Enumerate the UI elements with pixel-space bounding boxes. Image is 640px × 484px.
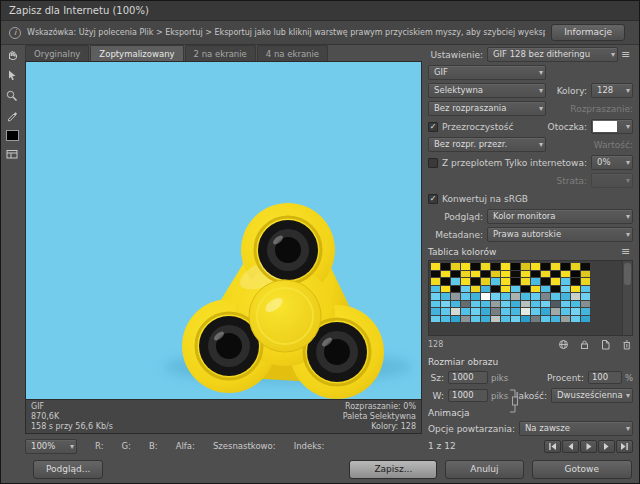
color-swatch[interactable] bbox=[501, 301, 510, 308]
color-swatch[interactable] bbox=[431, 316, 440, 323]
lock-color-icon[interactable] bbox=[578, 338, 591, 351]
color-swatch[interactable] bbox=[491, 293, 500, 300]
color-swatch[interactable] bbox=[521, 263, 530, 270]
color-swatch[interactable] bbox=[491, 286, 500, 293]
color-swatch[interactable] bbox=[571, 316, 580, 323]
color-swatch[interactable] bbox=[431, 278, 440, 285]
palette-select[interactable]: Selektywna ▾ bbox=[428, 83, 546, 98]
color-swatch[interactable] bbox=[551, 286, 560, 293]
color-swatch[interactable] bbox=[451, 263, 460, 270]
color-swatch[interactable] bbox=[471, 286, 480, 293]
color-swatch[interactable] bbox=[511, 278, 520, 285]
previous-frame-button[interactable] bbox=[562, 440, 579, 453]
color-swatch[interactable] bbox=[581, 308, 590, 315]
color-swatch[interactable] bbox=[531, 278, 540, 285]
color-swatch[interactable] bbox=[471, 271, 480, 278]
interlaced-checkbox[interactable] bbox=[428, 158, 438, 168]
color-swatch[interactable] bbox=[511, 308, 520, 315]
color-swatch[interactable] bbox=[431, 308, 440, 315]
color-swatch[interactable] bbox=[541, 278, 550, 285]
color-swatch[interactable] bbox=[461, 301, 470, 308]
color-swatch[interactable] bbox=[451, 308, 460, 315]
color-swatch[interactable] bbox=[521, 301, 530, 308]
transparency-checkbox[interactable]: ✓ bbox=[428, 122, 438, 132]
color-table-menu-icon[interactable]: ≡ bbox=[618, 245, 633, 259]
color-swatch[interactable] bbox=[541, 308, 550, 315]
color-swatch[interactable] bbox=[531, 316, 540, 323]
color-swatch[interactable] bbox=[551, 278, 560, 285]
color-swatch[interactable] bbox=[481, 286, 490, 293]
constrain-proportions-icon[interactable] bbox=[508, 386, 518, 418]
color-swatch[interactable] bbox=[561, 316, 570, 323]
color-swatch[interactable] bbox=[501, 293, 510, 300]
color-swatch[interactable] bbox=[531, 263, 540, 270]
color-swatch[interactable] bbox=[471, 301, 480, 308]
color-swatch[interactable] bbox=[501, 286, 510, 293]
tab-original[interactable]: Oryginalny bbox=[25, 45, 89, 61]
color-swatch[interactable] bbox=[541, 293, 550, 300]
color-swatch[interactable] bbox=[551, 293, 560, 300]
color-swatch[interactable] bbox=[471, 278, 480, 285]
color-swatch[interactable] bbox=[441, 278, 450, 285]
color-swatch[interactable] bbox=[551, 301, 560, 308]
optimized-preview-canvas[interactable] bbox=[26, 62, 421, 399]
color-swatch[interactable] bbox=[561, 263, 570, 270]
color-swatch[interactable] bbox=[441, 286, 450, 293]
color-swatch[interactable] bbox=[521, 308, 530, 315]
color-swatch[interactable] bbox=[441, 316, 450, 323]
color-swatch[interactable] bbox=[581, 263, 590, 270]
web-snap-select[interactable]: 0% ▾ bbox=[591, 155, 633, 170]
height-field[interactable]: 1000 bbox=[448, 389, 488, 402]
color-swatch[interactable] bbox=[491, 316, 500, 323]
hand-tool-icon[interactable] bbox=[3, 46, 21, 62]
color-swatch[interactable] bbox=[471, 316, 480, 323]
color-swatch[interactable] bbox=[471, 293, 480, 300]
color-swatch[interactable] bbox=[581, 316, 590, 323]
color-swatch[interactable] bbox=[491, 301, 500, 308]
color-swatch[interactable] bbox=[521, 316, 530, 323]
tab-optimized[interactable]: Zoptymalizowany bbox=[90, 45, 183, 61]
color-swatch[interactable] bbox=[511, 263, 520, 270]
color-swatch[interactable] bbox=[551, 308, 560, 315]
color-swatch[interactable] bbox=[501, 278, 510, 285]
color-swatch[interactable] bbox=[491, 278, 500, 285]
color-swatch[interactable] bbox=[541, 301, 550, 308]
preset-menu-icon[interactable]: ≡ bbox=[618, 48, 633, 62]
color-swatch[interactable] bbox=[491, 308, 500, 315]
color-swatch[interactable] bbox=[571, 301, 580, 308]
color-swatch[interactable] bbox=[481, 316, 490, 323]
color-table-scrollbar[interactable] bbox=[622, 261, 632, 335]
color-swatch[interactable] bbox=[551, 271, 560, 278]
color-swatch[interactable] bbox=[541, 263, 550, 270]
color-swatch[interactable] bbox=[561, 278, 570, 285]
title-bar[interactable]: Zapisz dla Internetu (100%) bbox=[1, 1, 639, 21]
color-swatch[interactable] bbox=[571, 286, 580, 293]
color-swatch[interactable] bbox=[481, 271, 490, 278]
preview-mode-select[interactable]: Kolor monitora ▾ bbox=[487, 209, 633, 224]
color-swatch[interactable] bbox=[511, 301, 520, 308]
zoom-select[interactable]: 100% ▾ bbox=[25, 439, 77, 454]
color-swatch[interactable] bbox=[551, 316, 560, 323]
color-swatch[interactable] bbox=[441, 301, 450, 308]
first-frame-button[interactable] bbox=[544, 440, 561, 453]
eyedropper-color-swatch[interactable] bbox=[6, 130, 19, 141]
color-swatch[interactable] bbox=[521, 278, 530, 285]
color-swatch[interactable] bbox=[511, 316, 520, 323]
color-swatch[interactable] bbox=[521, 286, 530, 293]
dither-method-select[interactable]: Bez rozpraszania ▾ bbox=[428, 101, 546, 116]
metadata-select[interactable]: Prawa autorskie ▾ bbox=[487, 227, 633, 242]
color-swatch[interactable] bbox=[441, 293, 450, 300]
width-field[interactable]: 1000 bbox=[448, 371, 488, 384]
color-swatch[interactable] bbox=[431, 293, 440, 300]
color-swatch[interactable] bbox=[461, 278, 470, 285]
color-swatch[interactable] bbox=[561, 301, 570, 308]
color-swatch[interactable] bbox=[561, 308, 570, 315]
done-button[interactable]: Gotowe bbox=[532, 460, 632, 479]
color-swatch[interactable] bbox=[571, 308, 580, 315]
srgb-checkbox[interactable]: ✓ bbox=[428, 194, 438, 204]
color-swatch[interactable] bbox=[531, 286, 540, 293]
scrollbar-thumb[interactable] bbox=[624, 263, 631, 285]
color-swatch[interactable] bbox=[461, 271, 470, 278]
slice-select-tool-icon[interactable] bbox=[3, 67, 21, 83]
color-swatch[interactable] bbox=[441, 263, 450, 270]
